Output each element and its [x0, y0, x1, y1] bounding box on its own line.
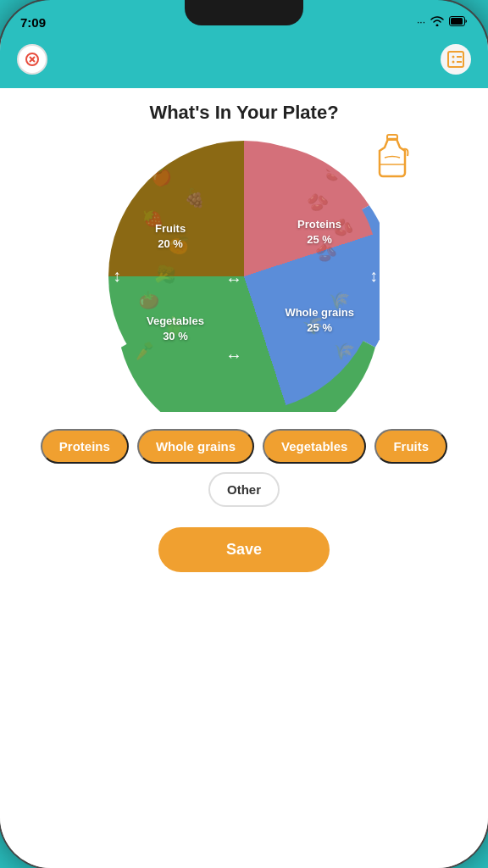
battery-icon	[449, 16, 468, 29]
tag-vegetables[interactable]: Vegetables	[263, 429, 366, 464]
tag-other[interactable]: Other	[208, 472, 280, 507]
svg-rect-10	[387, 135, 397, 140]
notes-button[interactable]	[441, 44, 471, 75]
phone-frame: 7:09 ···	[0, 0, 488, 868]
tag-proteins[interactable]: Proteins	[41, 429, 129, 464]
svg-rect-5	[448, 52, 463, 67]
page-title: What's In Your Plate?	[149, 102, 338, 124]
top-bar	[0, 37, 488, 88]
oil-bottle-icon	[371, 132, 413, 187]
status-bar: 7:09 ···	[0, 0, 488, 37]
pie-chart-container: 🍎 🍇 🫘 🫘 🥕 🫑 🏛 🌾	[108, 141, 380, 412]
main-content: What's In Your Plate?	[0, 88, 488, 868]
tag-whole-grains[interactable]: Whole grains	[137, 429, 254, 464]
svg-point-7	[452, 61, 455, 64]
status-time: 7:09	[20, 15, 46, 30]
tag-fruits[interactable]: Fruits	[374, 429, 447, 464]
status-icons: ···	[417, 16, 468, 29]
wifi-icon	[430, 16, 444, 29]
close-button[interactable]	[17, 44, 47, 75]
screen: What's In Your Plate?	[0, 37, 488, 868]
save-button[interactable]: Save	[158, 527, 330, 572]
signal-icon: ···	[417, 16, 425, 28]
tags-section: Proteins Whole grains Vegetables Fruits …	[17, 429, 471, 507]
svg-rect-1	[451, 18, 463, 25]
svg-point-6	[452, 56, 455, 58]
pie-chart-visual[interactable]: 🍎 🍇 🍓 🍊 🫘 🫘 🫘 🫘 🥕 🫑 🍅 🥦	[108, 141, 380, 412]
